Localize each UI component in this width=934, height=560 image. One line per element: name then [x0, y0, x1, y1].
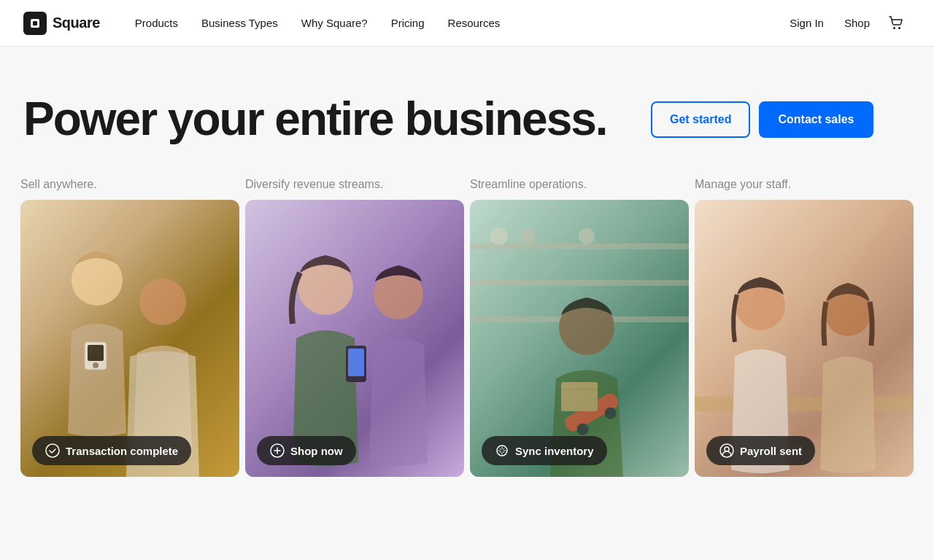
- check-icon: [45, 443, 60, 458]
- card-label-1: Diversify revenue streams.: [242, 178, 467, 191]
- card-labels: Sell anywhere. Diversify revenue streams…: [0, 178, 934, 191]
- svg-point-6: [139, 279, 186, 325]
- svg-point-38: [725, 447, 729, 451]
- svg-rect-15: [348, 349, 364, 376]
- card-illustration-4: [695, 200, 914, 477]
- svg-rect-8: [88, 345, 104, 361]
- card-manage-staff: Payroll sent: [695, 200, 914, 477]
- card-badge-text-3: Payroll sent: [740, 445, 802, 457]
- get-started-button[interactable]: Get started: [651, 101, 750, 138]
- nav-links: Products Business Types Why Square? Pric…: [123, 0, 781, 47]
- contact-sales-button[interactable]: Contact sales: [759, 101, 873, 138]
- card-image-1: [20, 200, 239, 477]
- card-image-4: [695, 200, 914, 477]
- card-badge-text-2: Sync inventory: [515, 445, 594, 457]
- card-badge-2: Sync inventory: [482, 436, 607, 465]
- svg-point-22: [521, 229, 536, 244]
- cards-section: Sell anywhere. Diversify revenue streams…: [0, 178, 934, 500]
- nav-resources[interactable]: Resources: [436, 0, 512, 47]
- svg-point-9: [93, 362, 99, 368]
- cart-icon: [888, 15, 904, 31]
- card-label-0: Sell anywhere.: [18, 178, 242, 191]
- shop-link[interactable]: Shop: [835, 0, 879, 47]
- plus-icon: [270, 443, 285, 458]
- nav-products[interactable]: Products: [123, 0, 190, 47]
- svg-point-2: [893, 27, 895, 29]
- logo-text: Square: [53, 15, 100, 31]
- navigation: Square Products Business Types Why Squar…: [0, 0, 934, 47]
- svg-rect-18: [470, 244, 689, 249]
- svg-rect-28: [561, 382, 598, 411]
- hero-title: Power your entire business.: [23, 95, 622, 144]
- card-illustration-2: [245, 200, 464, 477]
- card-image-2: [245, 200, 464, 477]
- sign-in-link[interactable]: Sign In: [781, 0, 833, 47]
- hero-actions: Get started Contact sales: [651, 101, 873, 138]
- svg-rect-30: [695, 200, 914, 477]
- nav-why-square[interactable]: Why Square?: [290, 0, 379, 47]
- svg-rect-19: [470, 280, 689, 286]
- svg-point-10: [46, 444, 59, 457]
- card-badge-1: Shop now: [257, 436, 356, 465]
- card-image-3: [470, 200, 689, 477]
- cards-grid: Transaction complete: [0, 200, 934, 477]
- svg-point-3: [898, 27, 900, 29]
- svg-rect-31: [695, 397, 914, 411]
- card-illustration-3: [470, 200, 689, 477]
- nav-business-types[interactable]: Business Types: [190, 0, 290, 47]
- person-icon: [719, 443, 734, 458]
- card-badge-text-0: Transaction complete: [66, 445, 178, 457]
- card-badge-0: Transaction complete: [32, 436, 191, 465]
- sync-icon: [495, 443, 509, 458]
- logo[interactable]: Square: [23, 12, 100, 35]
- card-badge-text-1: Shop now: [290, 445, 343, 457]
- svg-rect-1: [33, 21, 37, 26]
- nav-right: Sign In Shop: [781, 0, 911, 47]
- card-label-3: Manage your staff.: [692, 178, 916, 191]
- card-label-2: Streamline operations.: [467, 178, 692, 191]
- logo-icon: [23, 12, 47, 35]
- nav-pricing[interactable]: Pricing: [379, 0, 436, 47]
- card-badge-3: Payroll sent: [706, 436, 815, 465]
- card-sell-anywhere: Transaction complete: [20, 200, 239, 477]
- card-illustration-1: [20, 200, 239, 477]
- cart-button[interactable]: [881, 9, 911, 38]
- svg-point-21: [490, 228, 508, 245]
- card-diversify: Shop now: [245, 200, 464, 477]
- svg-point-23: [579, 228, 595, 244]
- hero-section: Power your entire business. Get started …: [0, 47, 934, 178]
- card-streamline: Sync inventory: [470, 200, 689, 477]
- square-logo-svg: [29, 18, 41, 29]
